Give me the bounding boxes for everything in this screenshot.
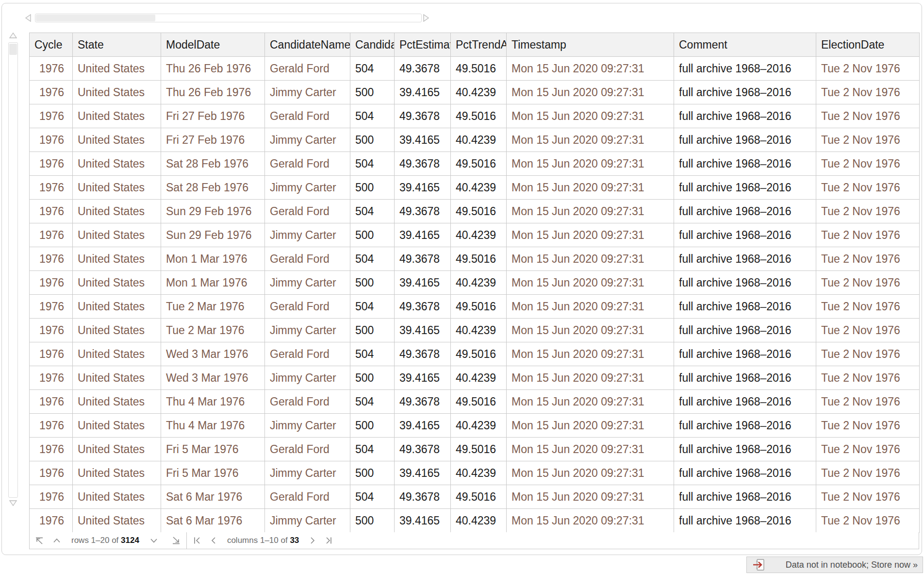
rows-total: 3124 [121,536,139,545]
scroll-right-icon[interactable] [422,14,430,22]
store-now-bar[interactable]: Data not in notebook; Store now » [746,557,923,573]
cell-pctestimate: 39.4165 [395,319,451,342]
cell-timestamp: Mon 15 Jun 2020 09:27:31 [507,319,674,342]
table-row: 1976United StatesSat 6 Mar 1976Gerald Fo… [30,485,920,509]
cell-comment: full archive 1968–2016 [674,342,816,366]
cell-timestamp: Mon 15 Jun 2020 09:27:31 [507,295,674,319]
cell-candidatename: Jimmy Carter [265,128,350,152]
horizontal-scrollbar-track[interactable] [35,14,422,22]
cell-comment: full archive 1968–2016 [674,176,816,200]
cell-comment: full archive 1968–2016 [674,81,816,104]
cell-comment: full archive 1968–2016 [674,461,816,485]
cell-pctestimate: 49.3678 [395,438,451,461]
vertical-scrollbar-track[interactable] [8,42,18,498]
cell-modeldate: Sun 29 Feb 1976 [161,200,265,223]
cell-timestamp: Mon 15 Jun 2020 09:27:31 [507,390,674,414]
cell-timestamp: Mon 15 Jun 2020 09:27:31 [507,128,674,152]
rows-next-button[interactable] [148,535,160,546]
column-header-timestamp: Timestamp [507,33,674,57]
columns-first-button[interactable] [191,535,203,546]
cell-comment: full archive 1968–2016 [674,57,816,81]
cell-candidateid: 504 [350,295,395,319]
cell-pcttrendadjusted: 49.5016 [451,57,507,81]
cell-state: United States [73,414,161,438]
cell-pcttrendadjusted: 49.5016 [451,485,507,509]
cell-comment: full archive 1968–2016 [674,271,816,295]
cell-comment: full archive 1968–2016 [674,295,816,319]
cell-candidateid: 500 [350,366,395,390]
cell-electiondate: Tue 2 Nov 1976 [816,342,920,366]
cell-cycle: 1976 [30,128,73,152]
cell-timestamp: Mon 15 Jun 2020 09:27:31 [507,366,674,390]
scroll-left-icon[interactable] [24,14,32,22]
columns-next-button[interactable] [307,535,318,546]
cell-cycle: 1976 [30,247,73,271]
cell-candidatename: Jimmy Carter [265,176,350,200]
table-row: 1976United StatesFri 5 Mar 1976Jimmy Car… [30,461,920,485]
horizontal-scrollbar-thumb[interactable] [36,15,155,21]
cell-electiondate: Tue 2 Nov 1976 [816,81,920,104]
column-header-state: State [73,33,161,57]
store-to-notebook-icon [753,558,765,572]
pager-divider [186,532,187,549]
cell-cycle: 1976 [30,390,73,414]
cell-modeldate: Thu 4 Mar 1976 [161,390,265,414]
cell-pctestimate: 49.3678 [395,152,451,176]
cell-candidateid: 500 [350,509,395,533]
cell-state: United States [73,81,161,104]
cell-state: United States [73,342,161,366]
cell-cycle: 1976 [30,509,73,533]
rows-prev-button[interactable] [51,535,63,546]
cell-pctestimate: 49.3678 [395,104,451,128]
table-row: 1976United StatesThu 26 Feb 1976Gerald F… [30,57,920,81]
vertical-scrollbar-thumb[interactable] [9,44,17,55]
table-row: 1976United StatesThu 4 Mar 1976Gerald Fo… [30,390,920,414]
cell-modeldate: Fri 27 Feb 1976 [161,104,265,128]
cell-pcttrendadjusted: 40.4239 [451,509,507,533]
cell-comment: full archive 1968–2016 [674,438,816,461]
cell-modeldate: Tue 2 Mar 1976 [161,295,265,319]
cell-candidateid: 504 [350,390,395,414]
scroll-up-icon[interactable] [9,32,17,39]
cell-cycle: 1976 [30,461,73,485]
cell-comment: full archive 1968–2016 [674,485,816,509]
cell-pcttrendadjusted: 40.4239 [451,223,507,247]
cell-candidatename: Jimmy Carter [265,509,350,533]
cell-electiondate: Tue 2 Nov 1976 [816,414,920,438]
cell-electiondate: Tue 2 Nov 1976 [816,390,920,414]
cell-timestamp: Mon 15 Jun 2020 09:27:31 [507,57,674,81]
cell-cycle: 1976 [30,414,73,438]
cell-electiondate: Tue 2 Nov 1976 [816,200,920,223]
rows-first-button[interactable] [33,535,45,546]
cell-candidatename: Jimmy Carter [265,366,350,390]
columns-prev-button[interactable] [208,535,219,546]
table-row: 1976United StatesTue 2 Mar 1976Gerald Fo… [30,295,920,319]
cell-electiondate: Tue 2 Nov 1976 [816,295,920,319]
cell-modeldate: Thu 4 Mar 1976 [161,414,265,438]
scroll-down-icon[interactable] [9,499,17,507]
cell-timestamp: Mon 15 Jun 2020 09:27:31 [507,223,674,247]
cell-candidateid: 504 [350,152,395,176]
cell-electiondate: Tue 2 Nov 1976 [816,366,920,390]
cell-candidatename: Jimmy Carter [265,223,350,247]
cell-state: United States [73,128,161,152]
cell-candidatename: Jimmy Carter [265,81,350,104]
cell-candidatename: Jimmy Carter [265,461,350,485]
table-row: 1976United StatesThu 26 Feb 1976Jimmy Ca… [30,81,920,104]
data-table: CycleStateModelDateCandidateNameCandidat… [29,33,920,533]
table-row: 1976United StatesWed 3 Mar 1976Gerald Fo… [30,342,920,366]
cell-timestamp: Mon 15 Jun 2020 09:27:31 [507,152,674,176]
cell-modeldate: Thu 26 Feb 1976 [161,81,265,104]
cell-pctestimate: 39.4165 [395,271,451,295]
cell-comment: full archive 1968–2016 [674,366,816,390]
chevron-bar-left-icon [192,536,202,545]
cell-pcttrendadjusted: 40.4239 [451,271,507,295]
columns-last-button[interactable] [322,535,334,546]
cell-timestamp: Mon 15 Jun 2020 09:27:31 [507,485,674,509]
cell-state: United States [73,509,161,533]
rows-last-button[interactable] [170,535,182,546]
chevron-up-icon [52,536,62,545]
cell-pctestimate: 39.4165 [395,414,451,438]
cell-candidatename: Gerald Ford [265,295,350,319]
cell-cycle: 1976 [30,200,73,223]
